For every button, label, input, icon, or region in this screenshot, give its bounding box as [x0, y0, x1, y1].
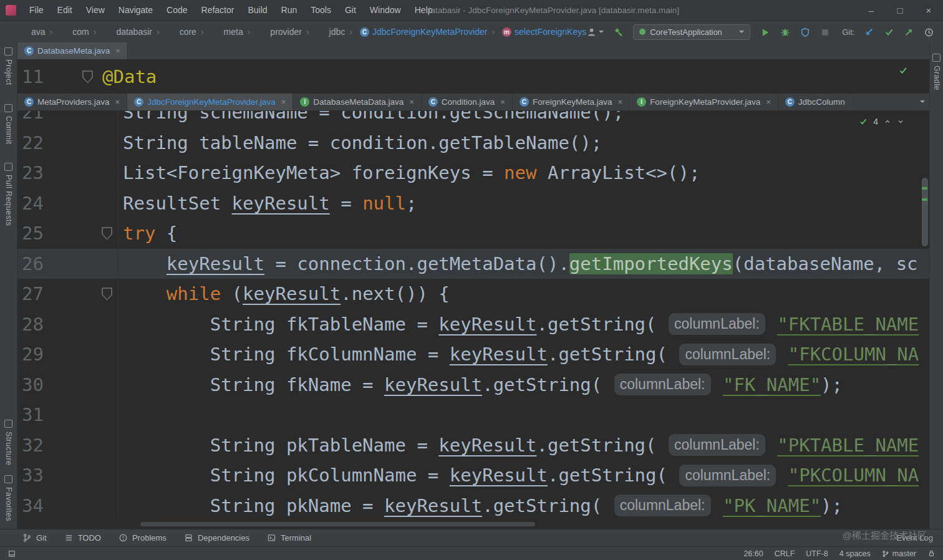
tab-close-icon[interactable]: ×	[618, 97, 623, 107]
menu-item[interactable]: Code	[160, 0, 194, 21]
file-encoding[interactable]: UTF-8	[806, 549, 828, 558]
coverage-button[interactable]	[800, 27, 810, 37]
tab-close-icon[interactable]: ×	[115, 97, 120, 107]
horizontal-scrollbar-thumb[interactable]	[140, 522, 535, 526]
breadcrumb-item[interactable]: selectForeignKeys	[487, 27, 586, 37]
menu-item[interactable]: Run	[274, 0, 304, 21]
git-branch-icon	[882, 550, 889, 558]
line-number: 21	[17, 111, 44, 123]
stop-button[interactable]	[820, 27, 830, 37]
run-button[interactable]	[760, 27, 770, 37]
readonly-lock-icon[interactable]	[927, 549, 936, 558]
git-push-icon[interactable]	[904, 27, 914, 37]
tool-window-button[interactable]: Favorites	[4, 475, 13, 521]
code-text: keyResult = connection.getMetaData().get…	[118, 253, 918, 274]
tool-window-button-gradle[interactable]: Gradle	[932, 54, 941, 90]
breadcrumb-item[interactable]: JdbcForeignKeyMetaProvider	[345, 27, 487, 37]
breadcrumb-item[interactable]: databasir	[89, 27, 152, 37]
menu-item[interactable]: File	[22, 0, 51, 21]
code-line-21[interactable]: 21String schemaName = condition.getSchem…	[17, 111, 929, 128]
tool-window-button[interactable]: Commit	[4, 104, 13, 144]
tool-window-button-dependencies[interactable]: Dependencies	[184, 533, 249, 543]
code-line-27[interactable]: 27 while (keyResult.next()) {	[17, 279, 929, 309]
tool-window-button-todo[interactable]: TODO	[64, 533, 101, 543]
code-line-28[interactable]: 28 String fkTableName = keyResult.getStr…	[17, 309, 929, 340]
git-update-icon[interactable]	[864, 27, 874, 37]
editor-tab[interactable]: Condition.java ×	[422, 94, 513, 110]
code-line-34[interactable]: 34 String pkName = keyResult.getString( …	[17, 491, 929, 521]
hidden-tabs-chevron-icon[interactable]	[920, 100, 925, 103]
build-hammer-icon[interactable]	[613, 27, 624, 37]
top-editor[interactable]: 11 @Data	[17, 60, 929, 94]
editor-tab[interactable]: JdbcForeignKeyMetaProvider.java ×	[127, 94, 293, 110]
tab-close-icon[interactable]: ×	[281, 97, 286, 107]
minimize-icon[interactable]: –	[857, 0, 886, 21]
breadcrumb-item[interactable]: jdbc	[302, 27, 345, 37]
breadcrumb-item[interactable]: ava	[19, 27, 46, 37]
code-line-31[interactable]: 31	[17, 400, 929, 430]
editor-tab[interactable]: DatabaseMetaData.java ×	[293, 94, 421, 110]
user-account-icon[interactable]	[586, 27, 604, 37]
menu-item[interactable]: Window	[363, 0, 408, 21]
debug-button[interactable]	[780, 27, 790, 37]
tab-close-icon[interactable]: ×	[409, 97, 414, 107]
git-branch-widget[interactable]: master	[882, 549, 916, 558]
fold-marker-icon[interactable]	[82, 70, 93, 84]
code-line-29[interactable]: 29 String fkColumnName = keyResult.getSt…	[17, 339, 929, 370]
prev-problem-icon[interactable]	[884, 118, 891, 125]
menu-item[interactable]: Refactor	[195, 0, 241, 21]
menu-item[interactable]: View	[79, 0, 112, 21]
git-commit-check-icon[interactable]	[884, 27, 894, 37]
toolwindow-toggle-icon[interactable]	[7, 549, 16, 558]
line-separator[interactable]: CRLF	[775, 549, 795, 558]
editor-tab[interactable]: MetaProviders.java ×	[17, 94, 127, 110]
menu-item[interactable]: Build	[241, 0, 274, 21]
maximize-icon[interactable]: □	[886, 0, 914, 21]
tool-window-button-git[interactable]: Git	[22, 533, 47, 543]
menu-item[interactable]: Tools	[304, 0, 338, 21]
code-line-22[interactable]: 22String tableName = condition.getTableN…	[17, 128, 929, 158]
line-number: 27	[17, 283, 44, 304]
tab-close-icon[interactable]: ×	[766, 97, 771, 107]
breadcrumb-item[interactable]: provider	[243, 27, 302, 37]
editor-tab[interactable]: ForeignKeyMetaProvider.java ×	[630, 94, 778, 110]
editor-tab[interactable]: ForeignKeyMeta.java ×	[513, 94, 630, 110]
fold-marker-icon[interactable]	[102, 227, 112, 240]
code-editor[interactable]: 21String schemaName = condition.getSchem…	[17, 111, 929, 529]
code-line-25[interactable]: 25try {	[17, 218, 929, 249]
code-line-23[interactable]: 23List<ForeignKeyMeta> foreignKeys = new…	[17, 158, 929, 188]
fold-marker-icon[interactable]	[102, 287, 112, 301]
tool-window-button-event-log[interactable]: Event Log	[896, 533, 933, 543]
editor-tab[interactable]: DatabaseMeta.java ×	[17, 42, 128, 59]
error-stripe-mark[interactable]	[922, 198, 927, 201]
tab-close-icon[interactable]: ×	[115, 46, 120, 56]
tool-window-button[interactable]: Structure	[4, 420, 13, 465]
code-line-33[interactable]: 33 String pkColumnName = keyResult.getSt…	[17, 460, 929, 491]
tool-window-button[interactable]: Pull Requests	[4, 163, 13, 226]
menu-item[interactable]: Navigate	[112, 0, 160, 21]
tool-window-button[interactable]: Project	[4, 47, 13, 85]
indent-setting[interactable]: 4 spaces	[839, 549, 871, 558]
menu-item[interactable]: Git	[338, 0, 363, 21]
tool-window-button-problems[interactable]: Problems	[118, 533, 167, 543]
inspection-ok-icon[interactable]	[898, 65, 908, 75]
menu-item[interactable]: Edit	[51, 0, 79, 21]
run-configuration-select[interactable]: CoreTestApplication	[633, 24, 750, 40]
code-line-32[interactable]: 32 String pkTableName = keyResult.getStr…	[17, 430, 929, 461]
history-clock-icon[interactable]	[924, 27, 934, 37]
editor-tab[interactable]: JdbcColumn ×	[778, 94, 853, 110]
breadcrumb-item[interactable]: core	[152, 27, 196, 37]
gutter: 27	[17, 279, 118, 309]
inspection-widget[interactable]: 4	[859, 117, 904, 127]
tab-close-icon[interactable]: ×	[500, 97, 505, 107]
tool-window-button-terminal[interactable]: Terminal	[267, 533, 311, 543]
breadcrumb-item[interactable]: meta	[196, 27, 243, 37]
error-stripe-mark[interactable]	[922, 187, 927, 190]
next-problem-icon[interactable]	[897, 118, 904, 125]
code-line-30[interactable]: 30 String fkName = keyResult.getString( …	[17, 370, 929, 400]
caret-position[interactable]: 26:60	[743, 549, 763, 558]
breadcrumb-item[interactable]: com	[46, 27, 89, 37]
code-line-26[interactable]: 26 keyResult = connection.getMetaData().…	[17, 249, 929, 279]
close-icon[interactable]: ×	[914, 0, 943, 21]
code-line-24[interactable]: 24ResultSet keyResult = null;	[17, 188, 929, 219]
